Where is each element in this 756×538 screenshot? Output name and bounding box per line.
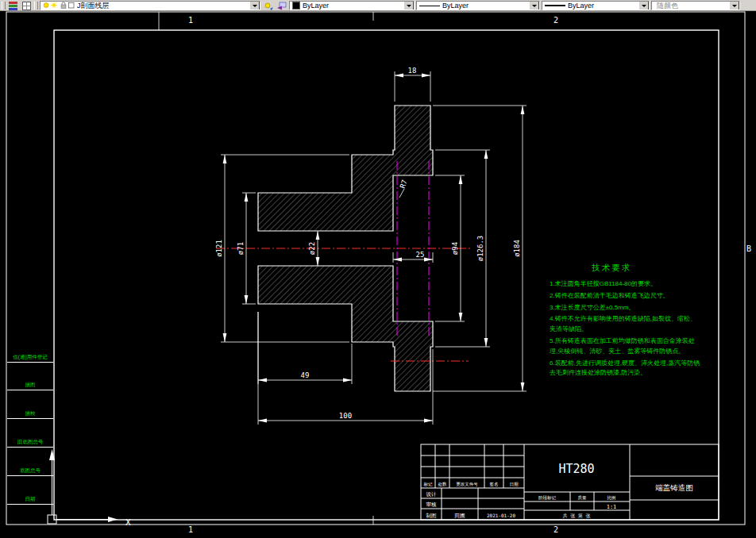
dim-label: ø121: [215, 240, 223, 257]
dim-25[interactable]: 25: [393, 251, 433, 263]
zone-number: 1: [188, 16, 193, 25]
current-layer-name: J剖面线层: [77, 1, 110, 10]
tech-req-item: 6.装配前,先进行调质处理,硬度、淬火处理,蒸汽等防锈去毛刺件连接处涂防锈漆,防…: [550, 359, 702, 379]
lock-icon: [61, 2, 66, 9]
dim-label: ø22: [308, 242, 316, 255]
dim-label: ø71: [237, 242, 245, 255]
plotstyle-dropdown-button[interactable]: [729, 1, 739, 10]
label-stage: 阶段标记: [538, 495, 557, 501]
color-combo[interactable]: ByLayer: [289, 1, 415, 10]
toolbar-grip[interactable]: [34, 2, 38, 10]
part-section-upper[interactable]: [258, 106, 433, 231]
zone-number: 1: [188, 525, 193, 534]
dim-label: 49: [301, 371, 310, 379]
dim-49[interactable]: 49: [258, 312, 352, 384]
layer-combo[interactable]: J剖面线层: [40, 1, 260, 10]
dim-label: 25: [416, 251, 425, 259]
label-mark: 标记: [423, 482, 434, 487]
tech-req-item: 1.未注圆角半径按GB1184-80的要求。: [550, 279, 702, 290]
autocad-window: 1 2 1 2 B 18 ø121: [0, 0, 756, 538]
label-scale: 比例: [608, 495, 616, 501]
dim-22[interactable]: ø22: [308, 231, 318, 266]
current-plotstyle: 随颜色: [657, 1, 678, 10]
current-lineweight: ByLayer: [568, 2, 594, 10]
dim-label: ø184: [513, 240, 521, 257]
lineweight-sample: [545, 5, 565, 6]
current-color-chip: [292, 2, 300, 10]
dim-label: ø94: [451, 242, 459, 255]
layer-color-chip: [69, 3, 75, 9]
ucs-icon: X: [48, 449, 131, 528]
margin-field-trace: 描图: [7, 380, 53, 390]
dim-label: 18: [408, 67, 417, 75]
plotstyle-combo[interactable]: 随颜色: [651, 1, 740, 10]
layer-previous-button[interactable]: [276, 1, 287, 10]
margin-field-trace-check: 描校: [7, 409, 53, 419]
tech-req-item: 2.铸件在装配前清干毛边和铸造飞边尺寸。: [550, 291, 702, 302]
margin-field-old-base-no: 旧底图总号: [7, 437, 53, 448]
zone-number: 2: [554, 16, 558, 25]
layer-state-glyphs: [43, 2, 75, 10]
margin-field-borrow: 借(通)用件登记: [7, 352, 53, 363]
x-axis-label: X: [125, 517, 131, 528]
layer-properties-manager-button[interactable]: [7, 1, 19, 10]
zone-letter: B: [746, 244, 751, 253]
linetype-sample: [419, 6, 440, 6]
toolbar-grip[interactable]: [2, 2, 6, 10]
layer-states-button[interactable]: [21, 1, 33, 10]
label-date: 日期: [510, 482, 519, 487]
bulb-icon: [44, 3, 48, 8]
current-color: ByLayer: [303, 2, 329, 10]
label-sign: 签名: [490, 482, 499, 487]
make-current-icon: [264, 2, 273, 10]
margin-field-date: 日期: [7, 494, 53, 505]
technical-requirements: 技术要求 1.未注圆角半径按GB1184-80的要求。 2.铸件在装配前清干毛边…: [550, 263, 702, 380]
tech-req-item: 4.铸件不允许有影响使用的铸造缺陷,如裂纹、缩松、夹渣等缺陷。: [550, 314, 702, 335]
zone-number: 2: [554, 525, 558, 534]
linetype-combo[interactable]: ByLayer: [416, 1, 540, 10]
dim-label: ø126.3: [476, 236, 484, 262]
label-count: 处数: [438, 482, 448, 487]
label-review: 审核: [426, 501, 438, 508]
dim-label: R7: [399, 179, 409, 190]
label-design: 设计: [426, 491, 438, 498]
label-draft: 制图: [426, 513, 437, 519]
dim-18[interactable]: 18: [395, 67, 430, 102]
scale-value: 1:1: [607, 504, 617, 510]
layer-dropdown-button[interactable]: [249, 1, 260, 10]
part-section-lower[interactable]: [258, 266, 433, 391]
layer-previous-icon: [277, 2, 287, 10]
margin-field-base-no: 底图总号: [7, 466, 53, 476]
label-change-doc: 更改文件号: [456, 482, 478, 486]
linetype-dropdown-button[interactable]: [529, 1, 539, 10]
dim-label: 100: [339, 412, 352, 420]
tech-req-item: 5.所有铸造表面在加工前均做防锈和表面合金涂装处理,尖棱倒钝、清砂、夹土、盐雾等…: [550, 336, 702, 357]
lineweight-dropdown-button[interactable]: [638, 1, 649, 10]
color-dropdown-button[interactable]: [403, 1, 414, 10]
label-sheets: 共 张 第 张: [563, 513, 591, 519]
x-axis-arrow: [108, 517, 118, 522]
current-linetype: ByLayer: [442, 2, 469, 10]
drafter-name: 田圃: [455, 513, 465, 519]
label-weight: 质量: [578, 495, 588, 500]
lineweight-combo[interactable]: ByLayer: [542, 1, 650, 10]
radius-callout[interactable]: R7: [399, 179, 409, 198]
layers-icon: [9, 2, 18, 10]
drawing-name: 端盖铸造图: [655, 483, 693, 492]
object-properties-toolbar: J剖面线层 ByLayer ByLayer: [0, 0, 756, 11]
date-value: 2021-01-20: [487, 513, 516, 518]
tech-req-item: 3.未注长度尺寸公差±0.5mm。: [550, 303, 702, 313]
material-value: HT280: [558, 462, 594, 476]
tech-req-title: 技术要求: [550, 263, 673, 274]
make-object-layer-current-button[interactable]: [262, 1, 274, 10]
layer-state-icon: [22, 2, 32, 10]
